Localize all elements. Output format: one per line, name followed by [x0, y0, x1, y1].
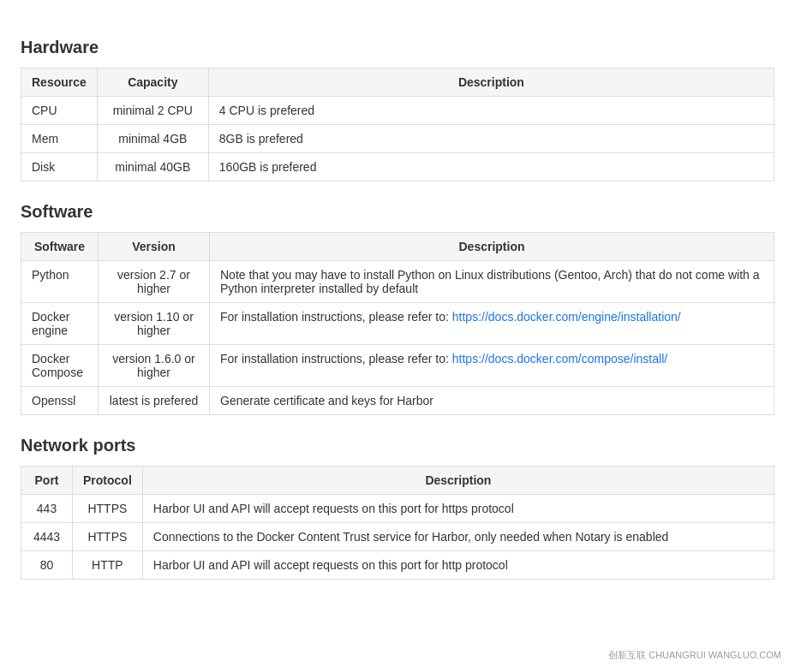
hardware-table: Resource Capacity Description CPU minima… [21, 68, 774, 181]
software-version: version 1.6.0 or higher [99, 345, 210, 387]
hardware-capacity: minimal 2 CPU [97, 97, 208, 125]
table-row: Openssl latest is prefered Generate cert… [21, 387, 774, 415]
table-row: Python version 2.7 or higher Note that y… [21, 261, 774, 303]
software-name: Python [21, 261, 99, 303]
table-row: Docker engine version 1.10 or higher For… [21, 303, 774, 345]
hardware-capacity: minimal 40GB [97, 153, 208, 181]
software-name: Openssl [21, 387, 99, 415]
software-desc: Generate certificate and keys for Harbor [210, 387, 774, 415]
software-desc: For installation instructions, please re… [210, 303, 774, 345]
hardware-desc: 160GB is prefered [208, 153, 774, 181]
hardware-desc: 4 CPU is prefered [208, 97, 774, 125]
hardware-resource: CPU [21, 97, 98, 125]
software-version: version 1.10 or higher [99, 303, 210, 345]
hardware-resource: Mem [21, 125, 98, 153]
software-col-description: Description [210, 233, 774, 261]
table-row: CPU minimal 2 CPU 4 CPU is prefered [21, 97, 774, 125]
table-row: 4443 HTTPS Connections to the Docker Con… [21, 523, 774, 551]
network-protocol: HTTPS [73, 523, 143, 551]
software-version: latest is prefered [99, 387, 210, 415]
software-col-software: Software [21, 233, 99, 261]
table-row: Disk minimal 40GB 160GB is prefered [21, 153, 774, 181]
network-col-port: Port [21, 467, 73, 495]
software-version: version 2.7 or higher [99, 261, 210, 303]
hardware-title: Hardware [21, 38, 774, 57]
network-table: Port Protocol Description 443 HTTPS Harb… [21, 466, 774, 580]
hardware-col-resource: Resource [21, 68, 98, 97]
network-protocol: HTTP [73, 551, 143, 580]
software-title: Software [21, 202, 774, 222]
network-port: 4443 [21, 523, 73, 551]
table-row: 443 HTTPS Harbor UI and API will accept … [21, 495, 774, 523]
software-name: Docker engine [21, 303, 99, 345]
software-table: Software Version Description Python vers… [21, 232, 774, 415]
table-row: Docker Compose version 1.6.0 or higher F… [21, 345, 774, 387]
network-col-protocol: Protocol [73, 467, 143, 495]
hardware-col-description: Description [208, 68, 774, 97]
network-port: 80 [21, 551, 73, 580]
software-desc: Note that you may have to install Python… [210, 261, 774, 303]
network-port: 443 [21, 495, 73, 523]
network-desc: Harbor UI and API will accept requests o… [142, 551, 774, 580]
software-desc: For installation instructions, please re… [210, 345, 774, 387]
network-col-description: Description [142, 467, 774, 495]
software-name: Docker Compose [21, 345, 99, 387]
network-title: Network ports [21, 436, 774, 455]
hardware-capacity: minimal 4GB [97, 125, 208, 153]
software-link[interactable]: https://docs.docker.com/engine/installat… [452, 310, 681, 324]
hardware-resource: Disk [21, 153, 98, 181]
hardware-col-capacity: Capacity [97, 68, 208, 97]
software-link[interactable]: https://docs.docker.com/compose/install/ [452, 352, 667, 366]
table-row: Mem minimal 4GB 8GB is prefered [21, 125, 774, 153]
network-desc: Connections to the Docker Content Trust … [142, 523, 774, 551]
hardware-desc: 8GB is prefered [208, 125, 774, 153]
software-col-version: Version [99, 233, 210, 261]
network-protocol: HTTPS [73, 495, 143, 523]
table-row: 80 HTTP Harbor UI and API will accept re… [21, 551, 774, 580]
network-desc: Harbor UI and API will accept requests o… [142, 495, 774, 523]
